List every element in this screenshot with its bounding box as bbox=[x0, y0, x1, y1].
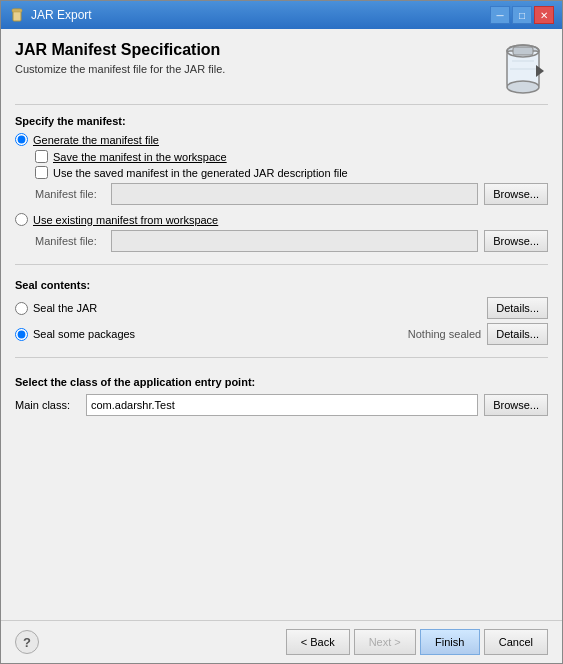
browse-button-1[interactable]: Browse... bbox=[484, 183, 548, 205]
cancel-button[interactable]: Cancel bbox=[484, 629, 548, 655]
manifest-file-label-2: Manifest file: bbox=[35, 235, 105, 247]
header-section: JAR Manifest Specification Customize the… bbox=[15, 41, 548, 105]
specify-manifest-section: Specify the manifest: Generate the manif… bbox=[15, 115, 548, 256]
svg-rect-1 bbox=[12, 9, 22, 12]
seal-contents-label: Seal contents: bbox=[15, 279, 548, 291]
manifest-file-input-1[interactable] bbox=[111, 183, 478, 205]
title-bar-left: JAR Export bbox=[9, 7, 92, 23]
seal-jar-details-button[interactable]: Details... bbox=[487, 297, 548, 319]
use-saved-label-text[interactable]: Use the saved manifest in the generated … bbox=[53, 167, 348, 179]
dialog-footer: ? < Back Next > Finish Cancel bbox=[1, 620, 562, 663]
seal-some-radio[interactable] bbox=[15, 328, 28, 341]
generate-manifest-radio[interactable] bbox=[15, 133, 28, 146]
maximize-button[interactable]: □ bbox=[512, 6, 532, 24]
seal-some-label-text[interactable]: Seal some packages bbox=[33, 328, 135, 340]
svg-point-4 bbox=[507, 81, 539, 93]
browse-button-2[interactable]: Browse... bbox=[484, 230, 548, 252]
seal-some-row: Seal some packages Nothing sealed Detail… bbox=[15, 323, 548, 345]
footer-buttons: < Back Next > Finish Cancel bbox=[286, 629, 548, 655]
title-buttons: ─ □ ✕ bbox=[490, 6, 554, 24]
generate-manifest-label-text[interactable]: Generate the manifest file bbox=[33, 134, 159, 146]
svg-rect-6 bbox=[513, 47, 533, 55]
help-button[interactable]: ? bbox=[15, 630, 39, 654]
manifest-file-label-1: Manifest file: bbox=[35, 188, 105, 200]
specify-manifest-label: Specify the manifest: bbox=[15, 115, 548, 127]
svg-marker-9 bbox=[536, 65, 544, 77]
minimize-button[interactable]: ─ bbox=[490, 6, 510, 24]
main-class-browse-button[interactable]: Browse... bbox=[484, 394, 548, 416]
window-title: JAR Export bbox=[31, 8, 92, 22]
seal-jar-left: Seal the JAR bbox=[15, 302, 97, 315]
divider-2 bbox=[15, 357, 548, 358]
seal-some-left: Seal some packages bbox=[15, 328, 135, 341]
back-button[interactable]: < Back bbox=[286, 629, 350, 655]
page-subtitle: Customize the manifest file for the JAR … bbox=[15, 63, 225, 75]
window-icon bbox=[9, 7, 25, 23]
use-saved-row: Use the saved manifest in the generated … bbox=[35, 166, 548, 179]
main-class-input[interactable] bbox=[86, 394, 478, 416]
save-manifest-row: Save the manifest in the workspace bbox=[35, 150, 548, 163]
page-title: JAR Manifest Specification bbox=[15, 41, 225, 59]
jar-export-window: JAR Export ─ □ ✕ JAR Manifest Specificat… bbox=[0, 0, 563, 664]
seal-contents-section: Seal contents: Seal the JAR Details... S… bbox=[15, 279, 548, 349]
seal-some-right: Nothing sealed Details... bbox=[408, 323, 548, 345]
use-existing-label-text[interactable]: Use existing manifest from workspace bbox=[33, 214, 218, 226]
main-class-row: Main class: Browse... bbox=[15, 394, 548, 416]
main-content: JAR Manifest Specification Customize the… bbox=[1, 29, 562, 620]
manifest-file-input-2[interactable] bbox=[111, 230, 478, 252]
use-existing-manifest-radio[interactable] bbox=[15, 213, 28, 226]
nothing-sealed-label: Nothing sealed bbox=[408, 328, 481, 340]
save-manifest-checkbox[interactable] bbox=[35, 150, 48, 163]
use-saved-checkbox[interactable] bbox=[35, 166, 48, 179]
next-button[interactable]: Next > bbox=[354, 629, 416, 655]
jar-illustration bbox=[498, 41, 548, 96]
save-manifest-label-text[interactable]: Save the manifest in the workspace bbox=[53, 151, 227, 163]
generate-manifest-row: Generate the manifest file bbox=[15, 133, 548, 146]
header-text: JAR Manifest Specification Customize the… bbox=[15, 41, 225, 75]
seal-jar-row: Seal the JAR Details... bbox=[15, 297, 548, 319]
seal-some-details-button[interactable]: Details... bbox=[487, 323, 548, 345]
seal-jar-label-text[interactable]: Seal the JAR bbox=[33, 302, 97, 314]
divider-1 bbox=[15, 264, 548, 265]
main-class-label-text: Main class: bbox=[15, 399, 80, 411]
seal-jar-radio[interactable] bbox=[15, 302, 28, 315]
use-existing-row: Use existing manifest from workspace bbox=[15, 213, 548, 226]
manifest-file-row-2: Manifest file: Browse... bbox=[35, 230, 548, 252]
close-button[interactable]: ✕ bbox=[534, 6, 554, 24]
entry-point-label: Select the class of the application entr… bbox=[15, 376, 548, 388]
manifest-file-row-1: Manifest file: Browse... bbox=[35, 183, 548, 205]
title-bar: JAR Export ─ □ ✕ bbox=[1, 1, 562, 29]
finish-button[interactable]: Finish bbox=[420, 629, 480, 655]
entry-point-section: Select the class of the application entr… bbox=[15, 376, 548, 416]
